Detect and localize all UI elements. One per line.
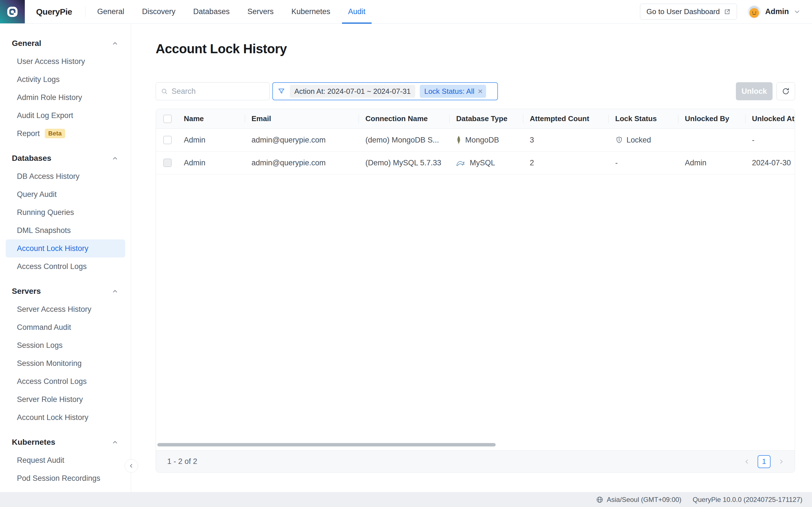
sidebar-item-audit-log-export[interactable]: Audit Log Export — [6, 107, 125, 124]
sidebar-section-header-kubernetes[interactable]: Kubernetes — [0, 433, 131, 451]
column-header-database-type: Database Type — [449, 109, 523, 128]
search-input[interactable] — [171, 87, 264, 96]
sidebar-item-dml-snapshots[interactable]: DML Snapshots — [6, 221, 125, 239]
chip-close-icon[interactable]: × — [477, 87, 483, 96]
nav-kubernetes[interactable]: Kubernetes — [291, 0, 330, 23]
querypie-logo[interactable] — [0, 0, 25, 23]
cell-overflow — [795, 152, 795, 174]
sidebar-item-command-audit[interactable]: Command Audit — [6, 318, 125, 336]
sidebar-item-server-access-history[interactable]: Server Access History — [6, 300, 125, 318]
section-title: Databases — [12, 154, 51, 163]
column-header-overflow — [795, 109, 795, 128]
sidebar-section-general: General User Access History Activity Log… — [0, 34, 131, 143]
pagination-next-button[interactable] — [778, 458, 784, 465]
table-empty-area — [156, 174, 795, 450]
sidebar-item-account-lock-history-databases[interactable]: Account Lock History — [6, 239, 125, 258]
sidebar-item-account-lock-history-servers[interactable]: Account Lock History — [6, 408, 125, 427]
row-checkbox[interactable] — [163, 136, 172, 144]
nav-audit[interactable]: Audit — [348, 0, 366, 23]
sidebar-item-label: Activity Logs — [17, 75, 60, 84]
filter-chip-label: Action At: 2024-07-01 ~ 2024-07-31 — [294, 87, 411, 96]
sidebar-section-header-servers[interactable]: Servers — [0, 282, 131, 300]
sidebar-item-label: User Access History — [17, 57, 85, 66]
row-checkbox-cell — [156, 152, 177, 174]
sidebar-item-running-queries[interactable]: Running Queries — [6, 203, 125, 221]
user-name: Admin — [765, 7, 789, 16]
sidebar-item-session-monitoring[interactable]: Session Monitoring — [6, 354, 125, 372]
cell-unlocked-by: Admin — [678, 152, 745, 174]
pagination: 1 — [744, 455, 784, 468]
sidebar-item-db-access-history[interactable]: DB Access History — [6, 167, 125, 185]
header-checkbox-cell — [156, 109, 177, 128]
filter-chip-label: Lock Status: All — [424, 87, 474, 96]
filter-chip-lock-status[interactable]: Lock Status: All × — [420, 85, 486, 98]
cell-attempted-count: 2 — [523, 152, 608, 174]
cell-unlocked-by — [678, 129, 745, 151]
chevron-up-icon — [112, 40, 118, 47]
timezone-text: Asia/Seoul (GMT+09:00) — [607, 496, 681, 504]
sidebar-item-label: Session Monitoring — [17, 359, 82, 368]
column-header-connection-name: Connection Name — [359, 109, 449, 128]
sidebar-item-label: Account Lock History — [17, 244, 89, 253]
horizontal-scrollbar[interactable] — [157, 443, 496, 446]
nav-general[interactable]: General — [97, 0, 124, 23]
mysql-icon — [456, 159, 466, 167]
sidebar-item-label: Server Access History — [17, 305, 91, 314]
beta-badge: Beta — [45, 129, 65, 138]
sidebar-section-header-general[interactable]: General — [0, 34, 131, 52]
sidebar-collapse-button[interactable] — [124, 459, 138, 473]
sidebar-item-pod-session-recordings[interactable]: Pod Session Recordings — [6, 469, 125, 487]
sidebar-section-kubernetes: Kubernetes Request Audit Pod Session Rec… — [0, 433, 131, 487]
sidebar-item-label: Query Audit — [17, 190, 57, 199]
sidebar-item-access-control-logs-servers[interactable]: Access Control Logs — [6, 372, 125, 390]
sidebar-section-header-databases[interactable]: Databases — [0, 149, 131, 167]
unlock-button[interactable]: Unlock — [736, 82, 772, 100]
column-header-unlocked-at: Unlocked At — [745, 109, 795, 128]
select-all-checkbox[interactable] — [163, 115, 172, 123]
section-title: General — [12, 39, 41, 48]
page-title: Account Lock History — [156, 41, 795, 56]
column-header-unlocked-by: Unlocked By — [678, 109, 745, 128]
sidebar-item-admin-role-history[interactable]: Admin Role History — [6, 89, 125, 107]
row-checkbox-disabled — [163, 159, 172, 167]
row-range-text: 1 - 2 of 2 — [167, 457, 197, 466]
sidebar-item-user-access-history[interactable]: User Access History — [6, 52, 125, 70]
cell-overflow — [795, 129, 795, 151]
sidebar-item-access-control-logs-databases[interactable]: Access Control Logs — [6, 258, 125, 276]
sidebar-item-label: Pod Session Recordings — [17, 474, 100, 483]
filter-bar[interactable]: Action At: 2024-07-01 ~ 2024-07-31 Lock … — [272, 82, 498, 100]
status-bar: Asia/Seoul (GMT+09:00) QueryPie 10.0.0 (… — [0, 492, 812, 507]
nav-servers[interactable]: Servers — [247, 0, 273, 23]
pagination-page-1[interactable]: 1 — [758, 455, 770, 468]
main-content: Account Lock History Action At: 2024-07-… — [132, 24, 812, 492]
sidebar-item-request-audit[interactable]: Request Audit — [6, 451, 125, 469]
column-header-email: Email — [245, 109, 359, 128]
filter-chip-action-at[interactable]: Action At: 2024-07-01 ~ 2024-07-31 — [290, 85, 415, 98]
sidebar-item-server-role-history[interactable]: Server Role History — [6, 390, 125, 408]
cell-email: admin@querypie.com — [245, 129, 359, 151]
pagination-prev-button[interactable] — [744, 458, 750, 465]
sidebar-item-session-logs[interactable]: Session Logs — [6, 336, 125, 354]
sidebar: General User Access History Activity Log… — [0, 24, 131, 492]
sidebar-section-databases: Databases DB Access History Query Audit … — [0, 149, 131, 276]
toolbar: Action At: 2024-07-01 ~ 2024-07-31 Lock … — [156, 82, 795, 100]
chevron-up-icon — [112, 155, 118, 162]
nav-discovery[interactable]: Discovery — [142, 0, 175, 23]
cell-database-type: MySQL — [449, 152, 523, 174]
nav-databases[interactable]: Databases — [193, 0, 230, 23]
table-row[interactable]: Admin admin@querypie.com (demo) MongoDB … — [156, 129, 795, 152]
account-lock-table-card: Name Email Connection Name Database Type… — [156, 109, 795, 473]
sidebar-item-label: Account Lock History — [17, 413, 89, 422]
cell-lock-status: - — [608, 152, 678, 174]
sidebar-item-activity-logs[interactable]: Activity Logs — [6, 70, 125, 89]
refresh-icon — [781, 87, 790, 96]
go-to-user-dashboard-button[interactable]: Go to User Dashboard — [640, 4, 737, 20]
column-header-attempted-count: Attempted Count — [523, 109, 608, 128]
user-menu[interactable]: Admin — [748, 5, 801, 18]
sidebar-item-report[interactable]: Report Beta — [6, 124, 125, 143]
refresh-button[interactable] — [776, 82, 795, 100]
table-row[interactable]: Admin admin@querypie.com (Demo) MySQL 5.… — [156, 152, 795, 174]
go-to-user-dashboard-label: Go to User Dashboard — [647, 7, 720, 16]
chevron-down-icon — [794, 8, 801, 15]
sidebar-item-query-audit[interactable]: Query Audit — [6, 185, 125, 203]
